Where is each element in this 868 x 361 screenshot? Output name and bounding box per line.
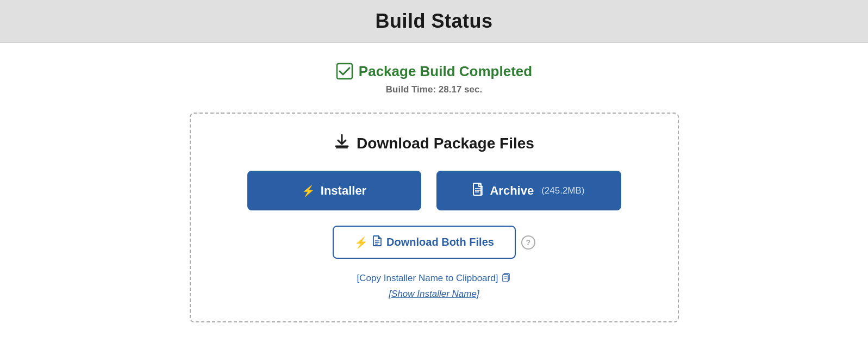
- copy-installer-link[interactable]: [Copy Installer Name to Clipboard]: [357, 272, 511, 284]
- download-heading: Download Package Files: [357, 135, 534, 152]
- svg-rect-1: [336, 147, 348, 148]
- status-text: Package Build Completed: [359, 63, 532, 80]
- download-box: Download Package Files ⚡ Installer: [190, 113, 679, 322]
- download-both-button[interactable]: ⚡ Download Both Files: [333, 226, 516, 259]
- clipboard-icon: [501, 272, 511, 284]
- build-time-value: 28.17 sec.: [439, 84, 482, 95]
- download-heading-row: Download Package Files: [334, 133, 534, 153]
- show-installer-label: [Show Installer Name]: [389, 289, 479, 299]
- archive-file-icon: [472, 183, 484, 198]
- svg-rect-2: [473, 183, 481, 195]
- lightning-icon: ⚡: [302, 184, 315, 197]
- archive-size: (245.2MB): [541, 185, 584, 196]
- both-file-icon: [372, 235, 382, 249]
- both-button-label: Download Both Files: [386, 236, 494, 248]
- build-time: Build Time: 28.17 sec.: [386, 84, 482, 95]
- download-icon: [334, 133, 350, 153]
- check-icon: [336, 63, 353, 80]
- both-lightning-icon: ⚡: [354, 236, 368, 249]
- archive-button-label: Archive: [490, 184, 534, 198]
- installer-button-label: Installer: [321, 184, 366, 198]
- help-icon[interactable]: ?: [521, 235, 535, 250]
- main-content: Package Build Completed Build Time: 28.1…: [0, 43, 868, 322]
- download-buttons-row: ⚡ Installer Archive (245.2MB): [223, 171, 645, 210]
- status-row: Package Build Completed: [336, 63, 532, 80]
- show-installer-link[interactable]: [Show Installer Name]: [389, 289, 479, 300]
- page-header: Build Status: [0, 0, 868, 43]
- copy-installer-label: [Copy Installer Name to Clipboard]: [357, 273, 498, 284]
- build-time-label: Build Time:: [386, 84, 436, 95]
- archive-button[interactable]: Archive (245.2MB): [436, 171, 621, 210]
- installer-button[interactable]: ⚡ Installer: [247, 171, 421, 210]
- page-title: Build Status: [0, 10, 868, 33]
- both-files-row: ⚡ Download Both Files ?: [333, 226, 535, 259]
